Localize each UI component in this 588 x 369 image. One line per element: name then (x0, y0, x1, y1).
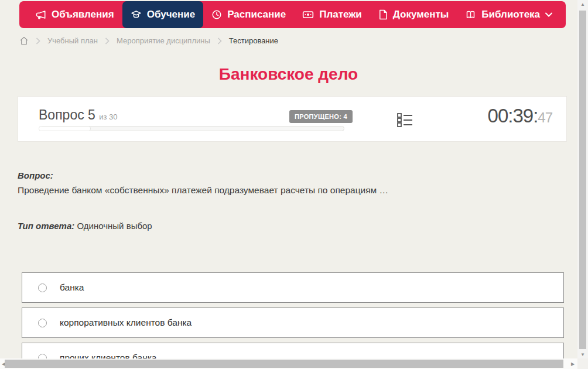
document-icon (378, 9, 388, 20)
horizontal-scroll-thumb[interactable] (5, 360, 563, 368)
progress-fill (39, 127, 91, 131)
megaphone-icon (36, 9, 46, 20)
breadcrumb-testing: Тестирование (229, 36, 278, 45)
nav-item-label: Документы (393, 9, 449, 20)
scrollbar-corner (577, 358, 588, 369)
skipped-badge: ПРОПУЩЕНО: 4 (289, 110, 353, 123)
question-total: из 30 (99, 112, 117, 121)
chevron-down-icon (545, 12, 552, 17)
nav-item-documents[interactable]: Документы (370, 1, 457, 28)
scroll-right-arrow[interactable]: ▶ (569, 358, 576, 369)
nav-item-label: Объявления (52, 9, 114, 20)
nav-item-label: Платежи (319, 9, 362, 20)
nav-item-library[interactable]: Библиотека (457, 1, 560, 28)
question-text: Проведение банком «собственных» платежей… (18, 185, 545, 196)
option-label: корпоративных клиентов банка (60, 317, 192, 328)
option-label: банка (60, 282, 84, 293)
nav-item-label: Расписание (227, 9, 286, 20)
open-book-icon (465, 9, 476, 20)
payments-icon (302, 9, 314, 20)
nav-item-label: Библиотека (481, 9, 540, 20)
horizontal-scrollbar[interactable]: ◀ ▶ (0, 358, 579, 369)
breadcrumb-curriculum[interactable]: Учебный план (47, 36, 98, 45)
scroll-up-arrow[interactable]: ▲ (577, 0, 588, 8)
vertical-scrollbar[interactable]: ▲ ▼ (577, 0, 588, 358)
answer-type-label: Тип ответа: (18, 221, 74, 231)
answer-type-value: Одиночный выбор (77, 221, 152, 231)
test-page: Объявления Обучение Расписание Платежи Д… (0, 0, 588, 369)
vertical-scroll-thumb[interactable] (579, 11, 586, 349)
scroll-down-arrow[interactable]: ▼ (577, 350, 588, 358)
timer-main: 00:39: (488, 105, 538, 127)
main-nav: Объявления Обучение Расписание Платежи Д… (19, 1, 566, 28)
answer-type-line: Тип ответа: Одиночный выбор (18, 221, 152, 231)
answer-option[interactable]: корпоративных клиентов банка (22, 308, 564, 338)
clock-icon (211, 9, 222, 20)
page-title: Банковское дело (0, 65, 577, 84)
radio-button[interactable] (38, 319, 47, 327)
nav-item-label: Обучение (147, 9, 195, 20)
home-icon[interactable] (19, 36, 29, 45)
quiz-header-panel: Вопрос 5 из 30 ПРОПУЩЕНО: 4 00:39:47 (18, 96, 567, 142)
breadcrumb-discipline-event[interactable]: Мероприятие дисциплины (117, 36, 210, 45)
breadcrumb: Учебный план Мероприятие дисциплины Тест… (19, 36, 278, 45)
question-label: Вопрос: (18, 170, 53, 180)
graduation-cap-icon (131, 9, 142, 20)
progress-bar (39, 126, 344, 131)
question-list-icon[interactable] (396, 111, 413, 131)
radio-button[interactable] (38, 283, 47, 292)
chevron-right-icon (105, 37, 110, 45)
timer: 00:39:47 (488, 105, 552, 127)
nav-item-schedule[interactable]: Расписание (203, 1, 294, 28)
chevron-right-icon (217, 37, 222, 45)
question-number: Вопрос 5 (39, 107, 95, 122)
question-counter: Вопрос 5 из 30 (39, 107, 118, 123)
nav-item-announcements[interactable]: Объявления (28, 1, 122, 28)
timer-seconds: 47 (538, 110, 552, 125)
chevron-right-icon (36, 37, 40, 45)
answer-option[interactable]: банка (22, 272, 564, 303)
nav-item-payments[interactable]: Платежи (294, 1, 370, 28)
nav-item-learning[interactable]: Обучение (122, 1, 203, 28)
